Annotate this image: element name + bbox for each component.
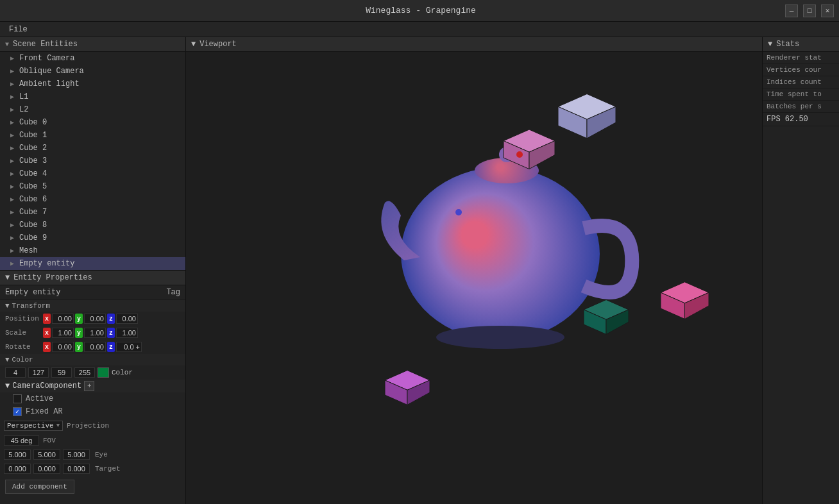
target-y-input[interactable]	[33, 464, 60, 474]
scale-y-input[interactable]	[84, 328, 106, 338]
eye-z-input[interactable]	[63, 449, 90, 460]
entity-arrow: ▶	[10, 144, 17, 152]
scale-x-input[interactable]	[52, 328, 74, 338]
entity-item[interactable]: ▶Cube 6	[0, 193, 185, 206]
entity-item[interactable]: ▶Cube 2	[0, 142, 185, 155]
menu-file[interactable]: File	[4, 24, 33, 35]
camera-label: CameraComponent	[12, 382, 81, 391]
dropdown-arrow: ▼	[56, 423, 60, 429]
pos-y-input[interactable]	[84, 314, 106, 324]
entity-name-label: Mesh	[19, 246, 38, 255]
close-button[interactable]: ✕	[821, 4, 834, 17]
fov-input[interactable]	[4, 435, 39, 446]
stat-item: Batches per s	[763, 101, 839, 113]
position-row: Position x y z	[0, 312, 185, 326]
entity-props-header: ▼ Entity Properties	[0, 271, 185, 285]
eye-row: Eye	[0, 448, 185, 462]
scale-z-tag: z	[107, 328, 115, 338]
checkmark: ✓	[15, 408, 19, 416]
scale-z-input[interactable]	[116, 328, 138, 338]
transform-label: Transform	[12, 302, 50, 310]
eye-x-input[interactable]	[4, 449, 31, 460]
stat-item: Indices count	[763, 76, 839, 88]
add-component-button[interactable]: Add component	[5, 480, 74, 494]
right-panel: ▼ Stats Renderer statVertices courIndice…	[762, 37, 839, 504]
color-row: Color	[0, 365, 185, 380]
transform-section: ▼ Transform	[0, 300, 185, 312]
entity-item[interactable]: ▶Cube 0	[0, 116, 185, 129]
entity-item[interactable]: ▶Cube 5	[0, 180, 185, 193]
entity-item[interactable]: ▶Mesh	[0, 244, 185, 257]
minimize-button[interactable]: —	[785, 4, 798, 17]
entity-name-label: Cube 7	[19, 208, 47, 217]
entity-item[interactable]: ▶Ambient light	[0, 78, 185, 90]
entity-item[interactable]: ▶Empty entity	[0, 257, 185, 270]
stats-label: Stats	[776, 40, 799, 49]
color-btn[interactable]: Color	[112, 369, 133, 376]
rotate-coords: x y z	[43, 342, 142, 352]
entity-item[interactable]: ▶Cube 9	[0, 231, 185, 244]
entity-arrow: ▶	[10, 183, 17, 190]
scene-entities-label: Scene Entities	[13, 40, 78, 49]
target-row: Target	[0, 462, 185, 476]
pos-x-input[interactable]	[52, 314, 74, 324]
entity-item[interactable]: ▶Oblique Camera	[0, 65, 185, 78]
position-coords: x y z	[43, 314, 138, 324]
entity-item[interactable]: ▶L1	[0, 90, 185, 103]
viewport: ▼ Viewport	[186, 37, 762, 504]
rot-y-input[interactable]	[84, 342, 106, 352]
maximize-button[interactable]: □	[803, 4, 816, 17]
color-r[interactable]	[5, 367, 26, 378]
scene-entities-panel: ▼ Scene Entities ▶Front Camera▶Oblique C…	[0, 37, 185, 270]
entity-item[interactable]: ▶Cube 1	[0, 129, 185, 142]
entity-arrow: ▶	[10, 55, 17, 62]
entity-name-label: Cube 2	[19, 144, 47, 153]
color-arrow: ▼	[5, 356, 10, 364]
rot-z-tag: z	[107, 342, 115, 352]
pos-z-input[interactable]	[116, 314, 138, 324]
perspective-dropdown[interactable]: Perspective ▼	[4, 421, 63, 431]
fixed-ar-checkbox[interactable]: ✓	[13, 407, 22, 416]
color-b[interactable]	[51, 367, 72, 378]
entity-arrow: ▶	[10, 119, 17, 126]
rotate-label: Rotate	[5, 343, 40, 351]
entity-arrow: ▶	[10, 196, 17, 203]
rot-z-input[interactable]	[116, 342, 142, 352]
fov-row: FOV	[0, 433, 185, 448]
scene-entities-header: ▼ Scene Entities	[0, 37, 185, 52]
entity-item[interactable]: ▶L2	[0, 103, 185, 116]
entity-arrow: ▶	[10, 93, 17, 101]
target-z-input[interactable]	[63, 464, 90, 474]
camera-add-button[interactable]: +	[84, 381, 94, 391]
scene-canvas[interactable]	[186, 55, 762, 504]
entity-name-label: Empty entity	[19, 259, 74, 268]
entity-name: Empty entity	[5, 288, 60, 297]
active-checkbox[interactable]	[13, 394, 22, 403]
color-g[interactable]	[28, 367, 49, 378]
stat-item: Time spent to	[763, 88, 839, 101]
left-panel: ▼ Scene Entities ▶Front Camera▶Oblique C…	[0, 37, 186, 504]
entity-name-label: Front Camera	[19, 54, 74, 63]
rot-x-input[interactable]	[52, 342, 74, 352]
titlebar: Wineglass - Grapengine — □ ✕	[0, 0, 839, 22]
entity-item[interactable]: ▶Front Camera	[0, 52, 185, 65]
target-x-input[interactable]	[4, 464, 31, 474]
entity-arrow: ▶	[10, 106, 17, 113]
eye-y-input[interactable]	[33, 449, 60, 460]
fov-label: FOV	[43, 437, 56, 444]
scene-entities-arrow: ▼	[5, 41, 9, 48]
scale-coords: x y z	[43, 328, 138, 338]
stat-item: Vertices cour	[763, 64, 839, 76]
entity-item[interactable]: ▶Cube 4	[0, 167, 185, 180]
color-a[interactable]	[74, 367, 95, 378]
color-swatch[interactable]	[97, 367, 109, 378]
entity-item[interactable]: ▶Cube 3	[0, 155, 185, 167]
window-controls[interactable]: — □ ✕	[785, 4, 834, 17]
projection-row: Perspective ▼ Projection	[0, 418, 185, 433]
entity-item[interactable]: ▶Cube 8	[0, 219, 185, 231]
viewport-arrow: ▼	[191, 40, 196, 49]
eye-label: Eye	[95, 451, 108, 458]
entity-name-label: Cube 1	[19, 131, 47, 140]
entity-tag: Tag	[166, 288, 180, 297]
entity-item[interactable]: ▶Cube 7	[0, 206, 185, 219]
